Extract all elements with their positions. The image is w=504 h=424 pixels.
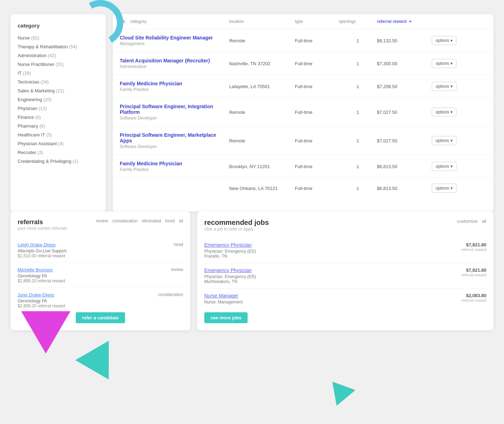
category-item[interactable]: Nurse Practitioner (31) — [18, 60, 99, 69]
category-item[interactable]: Engineering (20) — [18, 95, 99, 104]
category-item[interactable]: Finance (6) — [18, 113, 99, 122]
col-actions — [432, 19, 486, 24]
job-info: Principal Software Engineer, Integration… — [120, 104, 229, 121]
category-item[interactable]: Recruiter (3) — [18, 148, 99, 157]
category-item[interactable]: Sales & Marketing (21) — [18, 86, 99, 95]
rec-job-item: Nurse Manager Nurse: Management $2,083.8… — [204, 289, 486, 309]
referral-status: review — [171, 267, 183, 272]
rec-job-reward-label: referral reward — [461, 247, 486, 252]
deco-arrow-teal2 — [325, 382, 355, 410]
job-info: Family Medicine Physician Family Practic… — [120, 161, 229, 172]
job-openings: 1 — [338, 164, 377, 169]
recommended-list: Emergency Physician Physician: Emergency… — [204, 238, 486, 309]
recommended-subtitle: click a job to refer or apply — [204, 227, 269, 232]
recommended-title-group: recommended jobs click a job to refer or… — [204, 219, 269, 237]
col-job-category: job category — [120, 19, 229, 24]
jobs-panel: job category location type openings refe… — [113, 14, 493, 211]
job-subtitle: Software Developer — [120, 116, 229, 121]
job-subtitle: Family Practice — [120, 167, 229, 172]
category-item[interactable]: Technician (24) — [18, 78, 99, 86]
options-button[interactable]: options ▾ — [432, 82, 456, 91]
refer-candidate-button[interactable]: refer a candidate — [76, 312, 125, 323]
job-row: Principal Software Engineer, Marketplace… — [113, 127, 493, 155]
category-item[interactable]: Therapy & Rehabilitation (54) — [18, 42, 99, 51]
referrals-list: Leigh Drake-Diggs hired Allscripts Go-Li… — [18, 238, 183, 313]
options-button[interactable]: options ▾ — [432, 107, 456, 117]
job-title[interactable]: Cloud Site Reliability Engineer Manager — [120, 35, 229, 41]
rec-job-left: Emergency Physician Physician: Emergency… — [204, 242, 256, 259]
referral-filter-all[interactable]: all — [179, 219, 183, 223]
referral-reward: $1,510.00 referral reward — [18, 253, 183, 258]
job-title[interactable]: Family Medicine Physician — [120, 81, 229, 86]
job-reward: $7,027.50 — [377, 110, 431, 115]
rec-job-reward-amount: $7,821.80 — [461, 242, 486, 247]
referral-filter-eliminated[interactable]: eliminated — [142, 219, 161, 223]
referral-item: Michelle Brunson review Gerontology PA $… — [18, 263, 183, 288]
recommended-links: customizeall — [457, 219, 486, 224]
rec-job-item: Emergency Physician Physician: Emergency… — [204, 263, 486, 289]
job-actions: options ▾ — [432, 162, 486, 171]
referral-name[interactable]: Michelle Brunson — [18, 267, 53, 272]
rec-job-reward-amount: $7,821.80 — [461, 268, 486, 273]
recommended-link-all[interactable]: all — [482, 219, 486, 224]
referral-top: June Drake-Diggs consideration — [18, 292, 183, 297]
referral-name[interactable]: June Drake-Diggs — [18, 292, 54, 297]
options-button[interactable]: options ▾ — [432, 136, 456, 145]
job-title[interactable]: Principal Software Engineer, Integration… — [120, 104, 229, 115]
category-item[interactable]: Credentialing & Privileging (1) — [18, 157, 99, 166]
job-reward: $7,027.50 — [377, 138, 431, 143]
job-subtitle: Software Developer — [120, 144, 229, 149]
job-row: New Orleans, LA 70121 Full-time 1 $6,813… — [113, 178, 493, 198]
jobs-table-header: job category location type openings refe… — [113, 14, 493, 29]
job-type: Full-time — [295, 61, 338, 66]
category-item[interactable]: Physician Assistant (4) — [18, 139, 99, 148]
job-info: Principal Software Engineer, Marketplace… — [120, 132, 229, 149]
category-item[interactable]: Physician (12) — [18, 104, 99, 113]
job-row: Talent Acquisition Manager (Recruiter) A… — [113, 52, 493, 75]
see-more-jobs-button[interactable]: see more jobs — [204, 312, 248, 323]
referral-job: Gerontology PA — [18, 274, 183, 278]
job-openings: 1 — [338, 61, 377, 66]
recommended-link-customize[interactable]: customize — [457, 219, 478, 224]
rec-job-title[interactable]: Nurse Manager — [204, 293, 243, 299]
options-button[interactable]: options ▾ — [432, 59, 456, 68]
referral-top: Leigh Drake-Diggs hired — [18, 242, 183, 247]
rec-job-title[interactable]: Emergency Physician — [204, 242, 256, 248]
job-title[interactable]: Talent Acquisition Manager (Recruiter) — [120, 58, 229, 63]
category-item[interactable]: IT (28) — [18, 69, 99, 78]
job-title[interactable]: Principal Software Engineer, Marketplace… — [120, 132, 229, 143]
job-openings: 1 — [338, 84, 377, 89]
job-type: Full-time — [295, 138, 338, 143]
job-location: Lafayette, LA 70501 — [229, 84, 295, 89]
rec-job-location: Murfreesboro, TN — [204, 279, 256, 284]
recommended-header: recommended jobs click a job to refer or… — [204, 219, 486, 237]
options-button[interactable]: options ▾ — [432, 184, 456, 193]
referral-filter-hired[interactable]: hired — [165, 219, 175, 223]
referrals-subtitle: your most current referrals — [18, 226, 67, 231]
referral-filter-review[interactable]: review — [96, 219, 108, 223]
options-button[interactable]: options ▾ — [432, 36, 456, 45]
job-openings: 1 — [338, 38, 377, 43]
rec-job-location: Franklin, TN — [204, 254, 256, 259]
category-item[interactable]: Administration (42) — [18, 51, 99, 60]
job-type: Full-time — [295, 38, 338, 43]
job-subtitle: Management — [120, 41, 229, 46]
job-reward: $7,300.00 — [377, 61, 431, 66]
job-subtitle: Administrative — [120, 64, 229, 69]
rec-job-reward-label: referral reward — [461, 298, 486, 302]
options-button[interactable]: options ▾ — [432, 162, 456, 171]
referral-top: Michelle Brunson review — [18, 267, 183, 272]
referral-filter-consideration[interactable]: consideration — [112, 219, 137, 223]
referral-name[interactable]: Leigh Drake-Diggs — [18, 242, 56, 247]
job-reward: $8,132.50 — [377, 38, 431, 43]
rec-job-type: Physician: Emergency (ED) — [204, 274, 256, 279]
job-location: Remote — [229, 110, 295, 115]
referral-status: consideration — [158, 292, 183, 297]
category-item[interactable]: Pharmacy (6) — [18, 122, 99, 130]
job-title[interactable]: Family Medicine Physician — [120, 161, 229, 166]
job-actions: options ▾ — [432, 184, 486, 193]
category-item[interactable]: Healthcare IT (5) — [18, 130, 99, 139]
job-type: Full-time — [295, 84, 338, 89]
rec-job-title[interactable]: Emergency Physician — [204, 268, 256, 273]
job-row: Family Medicine Physician Family Practic… — [113, 75, 493, 98]
